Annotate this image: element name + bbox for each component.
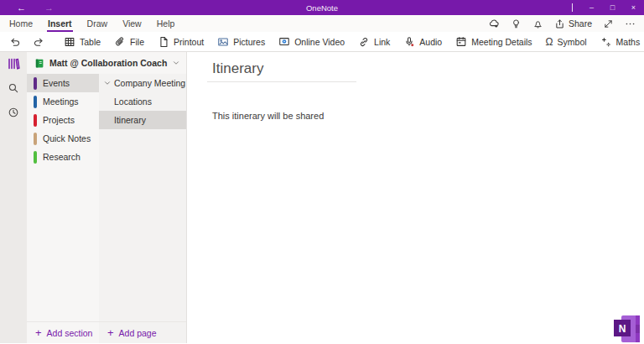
- ribbon-button-maths[interactable]: Maths: [594, 32, 644, 52]
- page-label: Itinerary: [114, 115, 146, 125]
- section-color-bar: [34, 77, 37, 90]
- svg-text:N: N: [619, 323, 626, 335]
- redo-button[interactable]: [27, 36, 50, 48]
- table-icon: [64, 36, 75, 48]
- lightbulb-icon[interactable]: [511, 18, 522, 29]
- chevron-down-icon[interactable]: [103, 79, 112, 87]
- ribbon-button-label: File: [130, 37, 144, 47]
- plus-icon: +: [107, 327, 114, 338]
- add-section-button[interactable]: + Add section: [27, 321, 99, 343]
- ribbon-button-label: Maths: [616, 37, 641, 47]
- expand-diagonal-icon[interactable]: [603, 18, 614, 29]
- section-label: Meetings: [43, 96, 79, 107]
- section-label: Events: [43, 78, 70, 88]
- ribbon-button-label: Table: [80, 37, 101, 47]
- page-item-itinerary[interactable]: Itinerary: [99, 111, 186, 129]
- printout-icon: [158, 36, 169, 48]
- ribbon: TableFilePrintoutPicturesOnline VideoLin…: [0, 32, 644, 52]
- title-divider: [207, 81, 356, 82]
- section-item-meetings[interactable]: Meetings: [27, 92, 99, 111]
- section-item-quick-notes[interactable]: Quick Notes: [27, 129, 99, 148]
- ribbon-button-online-video[interactable]: Online Video: [272, 32, 351, 52]
- page-title[interactable]: Itinerary: [212, 60, 263, 77]
- tab-view[interactable]: View: [115, 15, 149, 32]
- plus-icon: +: [35, 327, 42, 338]
- undo-icon: [9, 36, 21, 48]
- ribbon-button-table[interactable]: Table: [57, 32, 107, 52]
- sections-panel: EventsMeetingsProjectsQuick NotesResearc…: [27, 74, 99, 343]
- meeting-details-icon: [455, 36, 467, 48]
- sync-cloud-icon[interactable]: [488, 18, 500, 29]
- page-canvas: Itinerary This itinerary will be shared: [186, 52, 644, 343]
- tab-home[interactable]: Home: [2, 15, 40, 32]
- ribbon-button-meeting-details[interactable]: Meeting Details: [449, 32, 538, 52]
- ribbon-button-file[interactable]: File: [107, 32, 151, 52]
- ribbon-button-printout[interactable]: Printout: [151, 32, 210, 52]
- audio-icon: [403, 36, 415, 48]
- ribbon-button-audio[interactable]: Audio: [397, 32, 449, 52]
- share-icon: [554, 18, 565, 29]
- section-item-projects[interactable]: Projects: [27, 111, 99, 129]
- notebook-switcher[interactable]: Matt @ Collaboration Coach: [27, 52, 186, 74]
- pictures-icon: [217, 36, 229, 48]
- notebook-icon: [34, 58, 44, 69]
- redo-icon: [33, 36, 44, 48]
- chevron-down-icon: [172, 59, 180, 67]
- share-label: Share: [569, 18, 592, 29]
- undo-button[interactable]: [3, 36, 27, 48]
- ribbon-button-symbol[interactable]: ΩSymbol: [539, 32, 594, 52]
- tab-insert[interactable]: Insert: [40, 15, 80, 32]
- notebooks-library-icon[interactable]: [6, 56, 21, 71]
- add-section-label: Add section: [47, 328, 93, 338]
- pages-panel: Company MeetingLocationsItinerary + Add …: [99, 74, 186, 343]
- tab-draw[interactable]: Draw: [80, 15, 116, 32]
- section-item-research[interactable]: Research: [27, 148, 99, 166]
- section-item-events[interactable]: Events: [27, 74, 99, 92]
- section-color-bar: [34, 151, 37, 164]
- section-label: Research: [43, 152, 80, 162]
- sidebar: Matt @ Collaboration Coach EventsMeeting…: [27, 52, 186, 343]
- bell-icon[interactable]: [532, 18, 543, 29]
- section-label: Projects: [43, 115, 75, 125]
- section-color-bar: [34, 133, 37, 145]
- paperclip-icon: [114, 36, 126, 48]
- ribbon-button-label: Printout: [174, 37, 204, 47]
- symbol-icon: Ω: [546, 37, 553, 47]
- maths-icon: [600, 36, 612, 48]
- ribbon-button-label: Meeting Details: [471, 37, 532, 47]
- tab-help[interactable]: Help: [149, 15, 183, 32]
- more-options-icon[interactable]: [625, 18, 636, 29]
- section-label: Quick Notes: [43, 133, 91, 143]
- section-color-bar: [34, 114, 37, 127]
- ribbon-button-pictures[interactable]: Pictures: [210, 32, 272, 52]
- onenote-window: ← → OneNote – □ × HomeInsertDrawViewHelp…: [0, 0, 644, 344]
- app-title: OneNote: [0, 3, 644, 13]
- search-icon[interactable]: [6, 81, 21, 96]
- page-item-company-meeting[interactable]: Company Meeting: [99, 74, 186, 92]
- navigation-rail: [0, 52, 27, 343]
- note-body-text[interactable]: This itinerary will be shared: [212, 111, 324, 121]
- ribbon-button-label: Link: [374, 37, 390, 47]
- ribbon-button-label: Online Video: [294, 37, 345, 47]
- ribbon-button-label: Pictures: [233, 37, 265, 47]
- page-label: Locations: [114, 96, 152, 107]
- menubar: HomeInsertDrawViewHelp Share: [0, 15, 644, 32]
- share-button[interactable]: Share: [554, 18, 592, 29]
- page-item-locations[interactable]: Locations: [99, 92, 186, 111]
- onenote-logo: N: [614, 315, 641, 342]
- add-page-button[interactable]: + Add page: [99, 321, 186, 343]
- ribbon-button-link[interactable]: Link: [351, 32, 397, 52]
- recent-notes-clock-icon[interactable]: [6, 105, 21, 120]
- add-page-label: Add page: [119, 328, 157, 338]
- online-video-icon: [278, 36, 290, 48]
- ribbon-button-label: Symbol: [558, 37, 587, 47]
- page-label: Company Meeting: [114, 78, 185, 88]
- section-color-bar: [34, 96, 37, 108]
- link-icon: [358, 36, 370, 48]
- notebook-name: Matt @ Collaboration Coach: [49, 58, 167, 68]
- titlebar: ← → OneNote – □ ×: [0, 0, 644, 15]
- ribbon-button-label: Audio: [419, 37, 442, 47]
